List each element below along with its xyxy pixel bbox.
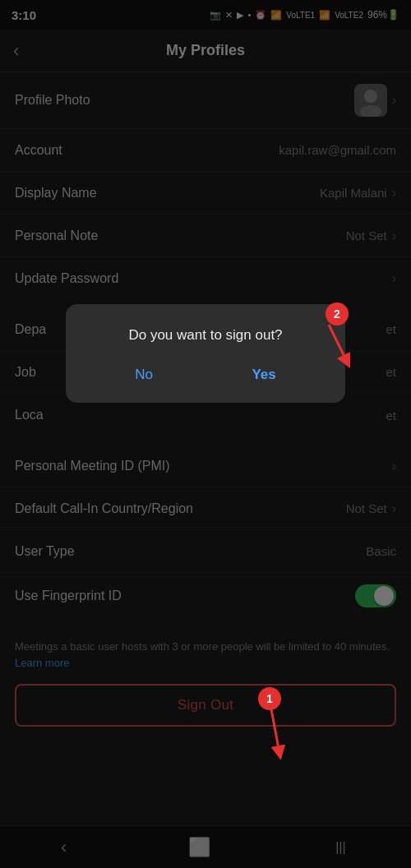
dialog-title: Do you want to sign out? — [85, 327, 326, 344]
arrow-annotation-2 — [312, 321, 362, 370]
svg-line-3 — [329, 325, 347, 362]
dialog-yes-button[interactable]: Yes — [235, 363, 292, 386]
svg-line-4 — [271, 709, 279, 753]
dialog-buttons: No Yes — [85, 363, 326, 386]
arrow-annotation-1 — [255, 705, 304, 763]
signout-dialog: Do you want to sign out? No Yes — [66, 304, 345, 403]
dialog-no-button[interactable]: No — [118, 363, 169, 386]
dialog-overlay — [0, 0, 411, 868]
